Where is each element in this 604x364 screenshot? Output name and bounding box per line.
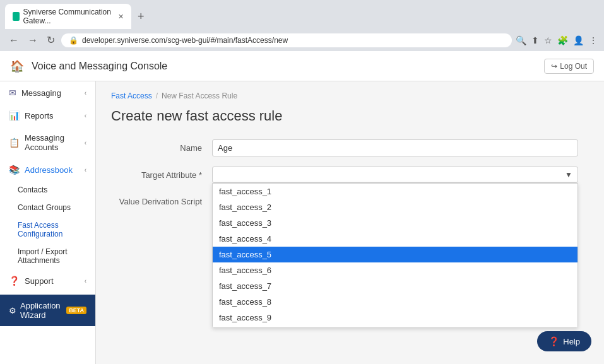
sidebar-item-messaging[interactable]: ✉ Messaging ‹: [0, 81, 95, 104]
sidebar-sub-contacts[interactable]: Contacts: [18, 181, 95, 199]
app-title: Voice and Messaging Console: [32, 61, 544, 72]
logout-icon: ↪: [551, 62, 557, 71]
tab-favicon: [13, 12, 20, 21]
help-label: Help: [563, 337, 580, 346]
sidebar-sub-contact-groups[interactable]: Contact Groups: [18, 199, 95, 216]
sidebar-label-reports: Reports: [25, 111, 54, 120]
bookmark-button[interactable]: ☆: [544, 35, 552, 45]
value-derivation-label: Value Derivation Script: [111, 193, 212, 206]
page-title: Create new fast access rule: [111, 108, 589, 124]
breadcrumb: Fast Access / New Fast Access Rule: [111, 91, 589, 100]
dropdown-arrow-icon: ▼: [565, 170, 572, 179]
reports-chevron: ‹: [85, 112, 86, 119]
wizard-label: Application Wizard: [20, 301, 62, 320]
logout-label: Log Out: [560, 62, 587, 71]
sidebar-item-messaging-accounts[interactable]: 📋 Messaging Accounts ‹: [0, 127, 95, 158]
sidebar-item-wizard[interactable]: ⚙ Application Wizard BETA: [0, 295, 95, 326]
addressbook-submenu: Contacts Contact Groups Fast Access Conf…: [0, 181, 95, 269]
messaging-icon: ✉: [9, 88, 16, 98]
sidebar-sub-import-export[interactable]: Import / Export Attachments: [18, 243, 95, 269]
support-icon: ❓: [9, 276, 20, 286]
dropdown-item[interactable]: fast_access_4: [213, 231, 577, 247]
breadcrumb-parent-link[interactable]: Fast Access: [111, 91, 152, 100]
dropdown-item[interactable]: fast_access_7: [213, 278, 577, 294]
dropdown-list[interactable]: fast_access_1fast_access_2fast_access_3f…: [212, 183, 578, 328]
sidebar-sub-fast-access[interactable]: Fast Access Configuration: [18, 216, 95, 243]
dropdown-item[interactable]: fast_access_1: [213, 184, 577, 199]
messaging-chevron: ‹: [85, 90, 86, 97]
share-button[interactable]: ⬆: [531, 35, 539, 45]
sidebar-label-messaging: Messaging: [21, 88, 61, 98]
menu-button[interactable]: ⋮: [589, 35, 598, 45]
addressbook-icon: 📚: [9, 165, 20, 175]
addressbook-chevron: ‹: [85, 167, 86, 173]
reload-button[interactable]: ↻: [44, 33, 57, 47]
name-field-wrapper: [212, 139, 578, 156]
forward-button[interactable]: →: [25, 33, 40, 47]
target-attribute-label: Target Attribute *: [111, 167, 212, 180]
breadcrumb-separator: /: [156, 91, 158, 100]
main-content: Fast Access / New Fast Access Rule Creat…: [96, 81, 604, 364]
support-chevron: ‹: [85, 278, 86, 285]
dropdown-item[interactable]: fast_access_9: [213, 310, 577, 326]
browser-chrome: Syniverse Communication Gatew... ✕ + ← →…: [0, 0, 604, 51]
messaging-accounts-chevron: ‹: [85, 139, 86, 146]
home-icon[interactable]: 🏠: [10, 59, 24, 73]
messaging-accounts-icon: 📋: [9, 138, 20, 148]
search-button[interactable]: 🔍: [516, 35, 526, 45]
extensions-button[interactable]: 🧩: [557, 35, 568, 45]
dropdown-item[interactable]: fast_access_5: [213, 247, 577, 262]
help-circle-icon: ❓: [548, 336, 559, 346]
name-row: Name: [111, 139, 589, 156]
dropdown-item[interactable]: fast_access_3: [213, 215, 577, 231]
logout-button[interactable]: ↪ Log Out: [544, 59, 594, 74]
target-attribute-dropdown[interactable]: ▼: [212, 167, 578, 183]
sidebar-item-reports[interactable]: 📊 Reports ‹: [0, 104, 95, 127]
top-bar: 🏠 Voice and Messaging Console ↪ Log Out: [0, 51, 604, 81]
breadcrumb-current: New Fast Access Rule: [162, 91, 237, 100]
wizard-beta-badge: BETA: [66, 307, 86, 314]
back-button[interactable]: ←: [6, 33, 21, 47]
form: Name Target Attribute * ▼ fast_access_1f…: [111, 139, 589, 206]
dropdown-item[interactable]: fast_access_2: [213, 199, 577, 215]
browser-actions: 🔍 ⬆ ☆ 🧩 👤 ⋮: [516, 35, 598, 45]
dropdown-item[interactable]: fast_access_10: [213, 326, 577, 328]
wizard-icon: ⚙: [9, 306, 16, 315]
sidebar: ✉ Messaging ‹ 📊 Reports ‹ 📋 Messaging Ac…: [0, 81, 96, 364]
target-attribute-dropdown-wrapper: ▼ fast_access_1fast_access_2fast_access_…: [212, 167, 578, 183]
sidebar-label-messaging-accounts: Messaging Accounts: [25, 133, 85, 152]
reports-icon: 📊: [9, 110, 20, 120]
browser-controls: ← → ↻ 🔒 developer.syniverse.com/scg-web-…: [0, 29, 604, 51]
new-tab-button[interactable]: +: [134, 9, 148, 25]
address-bar: 🔒 developer.syniverse.com/scg-web-gui/#/…: [61, 33, 512, 47]
top-bar-right: ↪ Log Out: [544, 59, 594, 74]
active-tab[interactable]: Syniverse Communication Gatew... ✕: [5, 4, 131, 29]
name-input[interactable]: [212, 139, 578, 156]
app-body: ✉ Messaging ‹ 📊 Reports ‹ 📋 Messaging Ac…: [0, 81, 604, 364]
sidebar-item-support[interactable]: ❓ Support ‹: [0, 269, 95, 292]
sidebar-item-addressbook[interactable]: 📚 Addressbook ‹: [0, 158, 95, 181]
tab-close-button[interactable]: ✕: [118, 13, 124, 21]
tab-bar: Syniverse Communication Gatew... ✕ +: [0, 0, 604, 29]
sidebar-label-addressbook: Addressbook: [25, 165, 73, 175]
help-button[interactable]: ❓ Help: [537, 331, 591, 351]
profile-button[interactable]: 👤: [573, 35, 584, 45]
lock-icon: 🔒: [69, 36, 78, 45]
dropdown-item[interactable]: fast_access_8: [213, 294, 577, 310]
sidebar-label-support: Support: [25, 276, 54, 286]
dropdown-item[interactable]: fast_access_6: [213, 262, 577, 278]
tab-title: Syniverse Communication Gatew...: [23, 8, 112, 25]
url-text[interactable]: developer.syniverse.com/scg-web-gui/#/ma…: [82, 36, 504, 45]
name-label: Name: [111, 139, 212, 153]
target-attribute-row: Target Attribute * ▼ fast_access_1fast_a…: [111, 167, 589, 183]
